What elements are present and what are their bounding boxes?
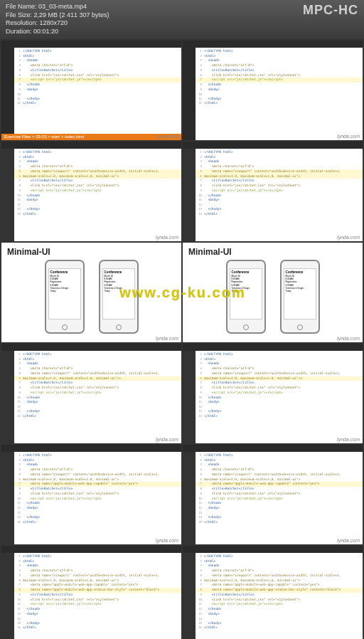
thumbnail-11[interactable]: 1<!DOCTYPE html> 2<html> 3 <head> 4 <met… xyxy=(1,546,181,639)
code-area: 1<!DOCTYPE html> 2<html> 3 <head> 4 <met… xyxy=(196,452,363,544)
phone-screen: Conference March 16 8:00 AM Registration… xyxy=(102,268,135,320)
editor-titlebar xyxy=(1,546,181,553)
thumbnail-5[interactable]: Minimal-UI Conference March 16 8:00 AM R… xyxy=(1,243,181,342)
logo-watermark: lynda.com xyxy=(337,235,360,240)
editor-titlebar xyxy=(1,41,181,48)
code-area: 1<!DOCTYPE html> 2<html> 3 <head> 4 <met… xyxy=(14,48,181,140)
logo-watermark: lynda.com xyxy=(156,134,178,139)
editor-titlebar xyxy=(1,445,181,452)
editor-sidebar xyxy=(1,149,14,241)
file-size-label: File Size: xyxy=(6,11,32,19)
breadcrumb-bar: Exercise Files > 03-03 > start > index.h… xyxy=(1,134,181,140)
resolution: 1280x720 xyxy=(40,19,68,26)
thumbnail-9[interactable]: 1<!DOCTYPE html> 2<html> 3 <head> 4 <met… xyxy=(1,445,181,544)
thumbnail-1[interactable]: 1<!DOCTYPE html> 2<html> 3 <head> 4 <met… xyxy=(1,41,181,140)
thumbnail-7[interactable]: 1<!DOCTYPE html> 2<html> 3 <head> 4 <met… xyxy=(1,344,181,443)
file-size: 2,29 MB (2 411 307 bytes) xyxy=(34,11,109,19)
code-area: 1<!DOCTYPE html> 2<html> 3 <head> 4 <met… xyxy=(196,351,363,443)
editor-titlebar xyxy=(1,344,181,351)
logo-watermark: lynda.com xyxy=(337,437,360,442)
duration: 00:01:20 xyxy=(33,28,58,35)
code-area: 1<!DOCTYPE html> 2<html> 3 <head> 4 <met… xyxy=(14,351,181,443)
thumbnail-grid: 1<!DOCTYPE html> 2<html> 3 <head> 4 <met… xyxy=(0,39,364,639)
minimal-ui-title: Minimal-UI xyxy=(188,247,357,257)
header-bar: File Name: 03_03-meta.mp4 File Size: 2,2… xyxy=(0,0,364,39)
code-area: 1<!DOCTYPE html> 2<html> 3 <head> 4 <met… xyxy=(14,149,181,241)
editor-sidebar xyxy=(1,48,14,140)
editor-titlebar xyxy=(183,445,363,452)
thumbnail-10[interactable]: 1<!DOCTYPE html> 2<html> 3 <head> 4 <met… xyxy=(183,445,363,544)
code-area: 1<!DOCTYPE html> 2<html> 3 <head> 4 <met… xyxy=(196,553,363,639)
editor-titlebar xyxy=(183,41,363,48)
editor-titlebar xyxy=(183,344,363,351)
file-name: 03_03-meta.mp4 xyxy=(38,3,87,10)
code-area: 1<!DOCTYPE html> 2<html> 3 <head> 4 <met… xyxy=(196,48,363,140)
logo-watermark: lynda.com xyxy=(156,437,178,442)
home-button-icon xyxy=(116,324,122,330)
minimal-ui-title: Minimal-UI xyxy=(7,247,176,257)
phone-mockup: Conference March 16 8:00 AM Registration… xyxy=(226,260,266,334)
editor-sidebar xyxy=(183,351,196,443)
phone-screen: Conference March 16 8:00 AM Registration… xyxy=(284,268,316,320)
editor-sidebar xyxy=(1,553,14,639)
editor-sidebar xyxy=(183,452,196,544)
logo-watermark: lynda.com xyxy=(337,538,360,543)
editor-titlebar xyxy=(1,142,181,149)
logo-watermark: lynda.com xyxy=(156,336,178,341)
thumbnail-8[interactable]: 1<!DOCTYPE html> 2<html> 3 <head> 4 <met… xyxy=(183,344,363,443)
editor-sidebar xyxy=(183,553,196,639)
phone-mockup: Conference March 16 8:00 AM Registration… xyxy=(280,260,320,334)
app-title: MPC-HC xyxy=(303,3,358,18)
editor-titlebar xyxy=(183,546,363,553)
file-metadata: File Name: 03_03-meta.mp4 File Size: 2,2… xyxy=(6,3,109,36)
editor-sidebar xyxy=(183,48,196,140)
logo-watermark: lynda.com xyxy=(337,336,360,341)
phone-mockup: Conference March 16 8:00 AM Registration… xyxy=(99,260,139,334)
editor-sidebar xyxy=(1,351,14,443)
editor-titlebar xyxy=(183,142,363,149)
phone-screen: Conference March 16 8:00 AM Registration… xyxy=(230,268,262,320)
home-button-icon xyxy=(297,324,303,330)
logo-watermark: lynda.com xyxy=(156,235,178,240)
thumbnail-2[interactable]: 1<!DOCTYPE html> 2<html> 3 <head> 4 <met… xyxy=(183,41,363,140)
thumbnail-12[interactable]: 1<!DOCTYPE html> 2<html> 3 <head> 4 <met… xyxy=(183,546,363,639)
thumbnail-6[interactable]: Minimal-UI Conference March 16 8:00 AM R… xyxy=(183,243,363,342)
editor-sidebar xyxy=(183,149,196,241)
code-area: 1<!DOCTYPE html> 2<html> 3 <head> 4 <met… xyxy=(14,452,181,544)
duration-label: Duration: xyxy=(6,28,32,35)
logo-watermark: lynda.com xyxy=(156,538,178,543)
home-button-icon xyxy=(62,324,68,330)
resolution-label: Resolution: xyxy=(6,19,38,26)
editor-sidebar xyxy=(1,452,14,544)
phone-screen: Conference March 16 8:00 AM Registration… xyxy=(48,268,81,320)
logo-watermark: lynda.com xyxy=(337,134,360,139)
thumbnail-3[interactable]: 1<!DOCTYPE html> 2<html> 3 <head> 4 <met… xyxy=(1,142,181,241)
home-button-icon xyxy=(243,324,249,330)
code-area: 1<!DOCTYPE html> 2<html> 3 <head> 4 <met… xyxy=(196,149,363,241)
code-area: 1<!DOCTYPE html> 2<html> 3 <head> 4 <met… xyxy=(14,553,181,639)
thumbnail-4[interactable]: 1<!DOCTYPE html> 2<html> 3 <head> 4 <met… xyxy=(183,142,363,241)
phone-mockup: Conference March 16 8:00 AM Registration… xyxy=(45,260,85,334)
file-name-label: File Name: xyxy=(6,3,37,10)
